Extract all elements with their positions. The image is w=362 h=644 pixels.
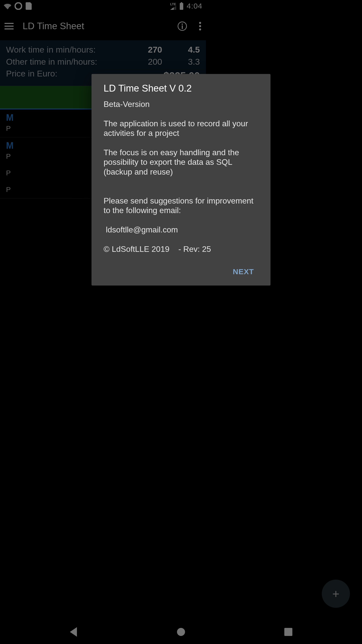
- dialog-scrim[interactable]: LD Time Sheet V 0.2 Beta-Version The app…: [0, 0, 206, 366]
- about-dialog: LD Time Sheet V 0.2 Beta-Version The app…: [92, 74, 206, 286]
- dialog-title: LD Time Sheet V 0.2: [104, 83, 206, 94]
- dialog-body: Beta-Version The application is used to …: [104, 99, 206, 254]
